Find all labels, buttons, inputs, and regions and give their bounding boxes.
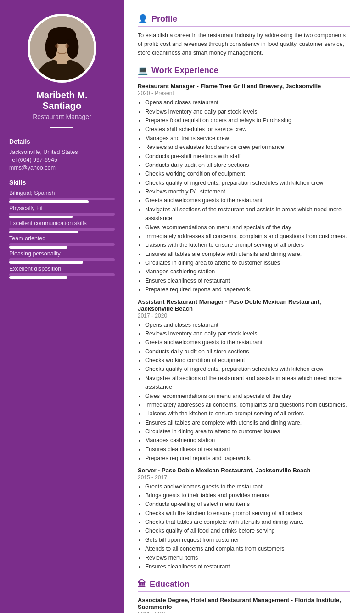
duty-item: Checks with the kitchen to ensure prompt… bbox=[145, 509, 350, 518]
skill-bar-fill bbox=[9, 276, 67, 279]
skill-item: Team oriented bbox=[9, 235, 115, 246]
duty-item: Circulates in dining area to attend to c… bbox=[145, 427, 350, 436]
duty-item: Greets and welcomes guests to the restau… bbox=[145, 482, 350, 491]
job-duties: Opens and closes restaurantReviews inven… bbox=[138, 98, 350, 294]
job-title: Restaurant Manager - Flame Tree Grill an… bbox=[138, 83, 350, 90]
job-entry: Assistant Restaurant Manager - Paso Dobl… bbox=[138, 298, 350, 463]
skill-bar-bg bbox=[9, 198, 115, 200]
duty-item: Gives recommendations on menu and specia… bbox=[145, 392, 350, 401]
job-duties: Opens and closes restaurantReviews inven… bbox=[138, 321, 350, 463]
skills-label: Skills bbox=[9, 179, 115, 186]
svg-point-7 bbox=[50, 28, 74, 40]
duty-item: Checks that tables are complete with ute… bbox=[145, 518, 350, 527]
person-title: Restaurant Manager bbox=[33, 113, 91, 120]
svg-point-9 bbox=[65, 44, 68, 48]
avatar bbox=[30, 14, 94, 83]
duty-item: Manages cashiering station bbox=[145, 436, 350, 445]
duty-item: Conducts daily audit on all store sectio… bbox=[145, 347, 350, 356]
duty-item: Opens and closes restaurant bbox=[145, 321, 350, 329]
duty-item: Checks quality of ingredients, preparati… bbox=[145, 365, 350, 374]
duty-item: Creates shift schedules for service crew bbox=[145, 125, 350, 134]
education-list: Associate Degree, Hotel and Restaurant M… bbox=[138, 596, 350, 613]
duty-item: Reviews menu items bbox=[145, 554, 350, 562]
skill-label: Excellent disposition bbox=[9, 266, 115, 272]
duty-item: Gives recommendations on menu and specia… bbox=[145, 223, 350, 232]
profile-text: To establish a career in the restaurant … bbox=[138, 31, 350, 57]
duty-item: Prepares required reports and paperwork. bbox=[145, 285, 350, 294]
skill-bar-fill bbox=[9, 231, 78, 233]
profile-icon: 👤 bbox=[138, 14, 148, 24]
skill-label: Excellent communication skills bbox=[9, 220, 115, 227]
skill-label: Bilingual; Spanish bbox=[9, 190, 115, 196]
duty-item: Greets and welcomes guests to the restau… bbox=[145, 196, 350, 205]
work-experience-heading: 💻 Work Experience bbox=[138, 65, 350, 78]
duty-item: Conducts daily audit on all store sectio… bbox=[145, 161, 350, 170]
duty-item: Manages and trains service crew bbox=[145, 134, 350, 143]
skill-item: Pleasing personality bbox=[9, 250, 115, 261]
duty-item: Reviews inventory and daily par stock le… bbox=[145, 108, 350, 116]
duty-item: Navigates all sections of the restaurant… bbox=[145, 205, 350, 223]
duty-item: Ensures cleanliness of restaurant bbox=[145, 562, 350, 571]
job-entry: Restaurant Manager - Flame Tree Grill an… bbox=[138, 83, 350, 294]
skill-item: Bilingual; Spanish bbox=[9, 190, 115, 200]
name-divider bbox=[50, 127, 73, 128]
duty-item: Liaisons with the kitchen to ensure prom… bbox=[145, 409, 350, 418]
job-title: Server - Paso Doble Mexican Restaurant, … bbox=[138, 467, 350, 474]
duty-item: Checks quality of all food and drinks be… bbox=[145, 527, 350, 535]
duty-item: Checks working condition of equipment bbox=[145, 170, 350, 178]
job-title: Assistant Restaurant Manager - Paso Dobl… bbox=[138, 298, 350, 312]
job-dates: 2015 - 2017 bbox=[138, 474, 350, 481]
education-icon: 🏛 bbox=[138, 579, 146, 589]
skill-bar-fill bbox=[9, 200, 89, 203]
skill-bar-bg bbox=[9, 273, 115, 276]
education-entry: Associate Degree, Hotel and Restaurant M… bbox=[138, 596, 350, 613]
duty-item: Liaisons with the kitchen to ensure prom… bbox=[145, 241, 350, 250]
duty-item: Reviews monthly P/L statement bbox=[145, 187, 350, 196]
skill-bar-bg bbox=[9, 243, 115, 246]
location: Jacksonville, United States bbox=[9, 149, 115, 155]
work-icon: 💻 bbox=[138, 65, 148, 75]
main-content: 👤 Profile To establish a career in the r… bbox=[124, 0, 364, 613]
job-dates: 2017 - 2020 bbox=[138, 312, 350, 319]
skill-item: Excellent communication skills bbox=[9, 220, 115, 231]
duty-item: Navigates all sections of the restaurant… bbox=[145, 374, 350, 392]
skill-label: Pleasing personality bbox=[9, 250, 115, 257]
svg-point-8 bbox=[55, 44, 58, 48]
skill-label: Team oriented bbox=[9, 235, 115, 242]
duty-item: Conducts up-selling of select menu items bbox=[145, 500, 350, 509]
job-duties: Greets and welcomes guests to the restau… bbox=[138, 482, 350, 572]
skill-label: Physically Fit bbox=[9, 205, 115, 211]
phone: Tel (604) 997-6945 bbox=[9, 157, 115, 163]
duty-item: Checks working condition of equipment bbox=[145, 356, 350, 365]
duty-item: Ensures all tables are complete with ute… bbox=[145, 250, 350, 259]
duty-item: Conducts pre-shift meetings with staff bbox=[145, 152, 350, 161]
duty-item: Greets and welcomes guests to the restau… bbox=[145, 338, 350, 347]
duty-item: Checks quality of ingredients, preparati… bbox=[145, 179, 350, 187]
profile-heading: 👤 Profile bbox=[138, 14, 350, 27]
sidebar: Maribeth M. Santiago Restaurant Manager … bbox=[0, 0, 124, 613]
skill-bar-fill bbox=[9, 261, 83, 264]
jobs-list: Restaurant Manager - Flame Tree Grill an… bbox=[138, 83, 350, 571]
skill-item: Excellent disposition bbox=[9, 266, 115, 276]
avatar-wrap bbox=[28, 14, 96, 83]
duty-item: Ensures all tables are complete with ute… bbox=[145, 419, 350, 427]
job-entry: Server - Paso Doble Mexican Restaurant, … bbox=[138, 467, 350, 572]
email: mms@yahoo.com bbox=[9, 165, 115, 171]
details-label: Details bbox=[9, 138, 115, 145]
duty-item: Reviews and evaluates food service crew … bbox=[145, 143, 350, 152]
duty-item: Ensures cleanliness of restaurant bbox=[145, 277, 350, 285]
skills-section: Skills Bilingual; Spanish Physically Fit… bbox=[9, 177, 115, 281]
edu-title: Associate Degree, Hotel and Restaurant M… bbox=[138, 596, 350, 610]
duty-item: Gets bill upon request from customer bbox=[145, 536, 350, 545]
duty-item: Attends to all concerns and complaints f… bbox=[145, 545, 350, 553]
duty-item: Opens and closes restaurant bbox=[145, 98, 350, 107]
edu-dates: 2011 - 2015 bbox=[138, 611, 350, 613]
duty-item: Ensures cleanliness of restaurant bbox=[145, 445, 350, 454]
duty-item: Prepares food requisition orders and rel… bbox=[145, 116, 350, 125]
duty-item: Immediately addresses all concerns, comp… bbox=[145, 232, 350, 241]
job-dates: 2020 - Present bbox=[138, 90, 350, 96]
duty-item: Prepares required reports and paperwork. bbox=[145, 454, 350, 463]
duty-item: Reviews inventory and daily par stock le… bbox=[145, 329, 350, 338]
duty-item: Brings guests to their tables and provid… bbox=[145, 491, 350, 500]
skill-bar-fill bbox=[9, 246, 67, 249]
